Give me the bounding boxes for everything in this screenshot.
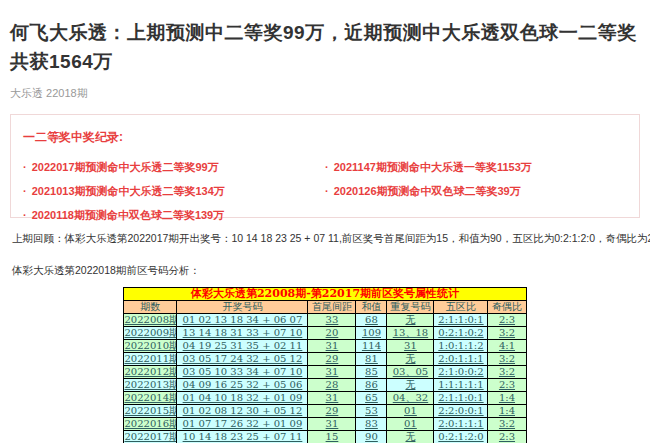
table-row: 2022016期01 07 17 26 32 + 01 093183012:0:…: [124, 418, 526, 431]
record-item: 2021013期预测命中大乐透二等奖134万: [23, 179, 325, 203]
repeat-cell: 无: [387, 431, 434, 443]
table-header-row: 期数开奖号码首尾间距和值重复号码五区比奇偶比: [124, 301, 526, 314]
odd-even-cell: 2:3: [488, 314, 526, 327]
column-header: 和值: [356, 301, 387, 314]
record-list-right: 2021147期预测命中大乐透一等奖1153万2020126期预测命中双色球二等…: [325, 155, 627, 227]
odd-even-cell: 3:2: [488, 418, 526, 431]
table-row: 2022017期10 14 18 23 25 + 07 111590无0:2:1…: [124, 431, 526, 443]
zone-ratio-cell: 0:2:1:0:2: [434, 327, 488, 340]
span-cell: 31: [308, 392, 356, 405]
table-row: 2022012期03 05 10 33 34 + 07 10318503、052…: [124, 366, 526, 379]
numbers-cell: 01 02 13 18 34 + 06 07: [177, 314, 308, 327]
repeat-cell: 04、32: [387, 392, 434, 405]
page-title: 何飞大乐透：上期预测中二等奖99万，近期预测中大乐透双色球一二等奖共获1564万: [10, 18, 640, 76]
span-cell: 20: [308, 327, 356, 340]
odd-even-cell: 2:3: [488, 431, 526, 443]
sum-cell: 109: [356, 327, 387, 340]
span-cell: 31: [308, 340, 356, 353]
sum-cell: 90: [356, 431, 387, 443]
repeat-cell: 无: [387, 353, 434, 366]
sum-cell: 114: [356, 340, 387, 353]
odd-even-cell: 1:4: [488, 392, 526, 405]
period-cell: 2022010期: [124, 340, 177, 353]
record-item: 2020118期预测命中双色球二等奖139万: [23, 203, 325, 227]
column-header: 首尾间距: [308, 301, 356, 314]
column-header: 重复号码: [387, 301, 434, 314]
sum-cell: 85: [356, 366, 387, 379]
analysis-intro: 体彩大乐透第2022018期前区号码分析：: [10, 264, 640, 278]
repeat-cell: 03、05: [387, 366, 434, 379]
last-draw-review: 上期回顾：体彩大乐透第2022017期开出奖号：10 14 18 23 25 +…: [10, 232, 640, 246]
table-row: 2022015期01 02 08 12 30 + 05 122953012:2:…: [124, 405, 526, 418]
period-cell: 2022015期: [124, 405, 177, 418]
table-row: 2022014期01 04 10 18 32 + 01 09316504、322…: [124, 392, 526, 405]
zone-ratio-cell: 1:0:1:1:2: [434, 340, 488, 353]
numbers-cell: 13 14 18 31 33 + 07 10: [177, 327, 308, 340]
odd-even-cell: 3:2: [488, 353, 526, 366]
period-cell: 2022016期: [124, 418, 177, 431]
numbers-cell: 03 05 17 24 32 + 05 12: [177, 353, 308, 366]
table-row: 2022008期01 02 13 18 34 + 06 073368无2:1:1…: [124, 314, 526, 327]
span-cell: 33: [308, 314, 356, 327]
numbers-cell: 03 05 10 33 34 + 07 10: [177, 366, 308, 379]
odd-even-cell: 4:1: [488, 340, 526, 353]
numbers-cell: 04 19 25 31 35 + 02 11: [177, 340, 308, 353]
repeat-cell: 13、18: [387, 327, 434, 340]
numbers-cell: 01 04 10 18 32 + 01 09: [177, 392, 308, 405]
odd-even-cell: 3:2: [488, 366, 526, 379]
sum-cell: 83: [356, 418, 387, 431]
record-item: 2022017期预测命中大乐透二等奖99万: [23, 155, 325, 179]
column-header: 开奖号码: [177, 301, 308, 314]
zone-ratio-cell: 2:1:1:0:1: [434, 314, 488, 327]
sum-cell: 68: [356, 314, 387, 327]
column-header: 期数: [124, 301, 177, 314]
period-cell: 2022012期: [124, 366, 177, 379]
period-cell: 2022011期: [124, 353, 177, 366]
record-columns: 2022017期预测命中大乐透二等奖99万2021013期预测命中大乐透二等奖1…: [23, 155, 627, 227]
span-cell: 29: [308, 405, 356, 418]
odd-even-cell: 1:4: [488, 405, 526, 418]
issue-label: 大乐透 22018期: [10, 86, 640, 101]
table-row: 2022010期04 19 25 31 35 + 02 1131114311:0…: [124, 340, 526, 353]
span-cell: 28: [308, 379, 356, 392]
column-header: 五区比: [434, 301, 488, 314]
zone-ratio-cell: 1:1:1:1:1: [434, 379, 488, 392]
column-header: 奇偶比: [488, 301, 526, 314]
numbers-cell: 01 07 17 26 32 + 01 09: [177, 418, 308, 431]
record-heading: 一二等奖中奖纪录:: [23, 129, 627, 146]
odd-even-cell: 3:2: [488, 327, 526, 340]
table-row: 2022013期04 09 16 25 32 + 05 062886无1:1:1…: [124, 379, 526, 392]
sum-cell: 86: [356, 379, 387, 392]
span-cell: 29: [308, 353, 356, 366]
sum-cell: 53: [356, 405, 387, 418]
repeat-cell: 01: [387, 405, 434, 418]
article-page: 何飞大乐透：上期预测中二等奖99万，近期预测中大乐透双色球一二等奖共获1564万…: [0, 0, 650, 443]
repeat-cell: 01: [387, 418, 434, 431]
repeat-cell: 31: [387, 340, 434, 353]
period-cell: 2022017期: [124, 431, 177, 443]
span-cell: 31: [308, 366, 356, 379]
span-cell: 15: [308, 431, 356, 443]
period-cell: 2022009期: [124, 327, 177, 340]
table-row: 2022009期13 14 18 31 33 + 07 102010913、18…: [124, 327, 526, 340]
repeat-cell: 无: [387, 379, 434, 392]
prize-record-box: 一二等奖中奖纪录: 2022017期预测命中大乐透二等奖99万2021013期预…: [10, 114, 640, 218]
numbers-cell: 01 02 08 12 30 + 05 12: [177, 405, 308, 418]
table-body: 2022008期01 02 13 18 34 + 06 073368无2:1:1…: [124, 314, 526, 443]
table-title-row: 体彩大乐透第22008期-第22017期前区奖号属性统计: [124, 288, 526, 301]
zone-ratio-cell: 0:2:1:2:0: [434, 431, 488, 443]
record-item: 2020126期预测命中双色球二等奖39万: [325, 179, 627, 203]
span-cell: 31: [308, 418, 356, 431]
zone-ratio-cell: 2:1:1:0:1: [434, 392, 488, 405]
table-title: 体彩大乐透第22008期-第22017期前区奖号属性统计: [124, 288, 526, 301]
record-item: 2021147期预测命中大乐透一等奖1153万: [325, 155, 627, 179]
zone-ratio-cell: 2:1:0:0:2: [434, 366, 488, 379]
stats-table: 体彩大乐透第22008期-第22017期前区奖号属性统计 期数开奖号码首尾间距和…: [123, 287, 526, 443]
zone-ratio-cell: 2:0:1:1:1: [434, 418, 488, 431]
numbers-cell: 10 14 18 23 25 + 07 11: [177, 431, 308, 443]
sum-cell: 65: [356, 392, 387, 405]
numbers-cell: 04 09 16 25 32 + 05 06: [177, 379, 308, 392]
period-cell: 2022008期: [124, 314, 177, 327]
odd-even-cell: 2:3: [488, 379, 526, 392]
record-list-left: 2022017期预测命中大乐透二等奖99万2021013期预测命中大乐透二等奖1…: [23, 155, 325, 227]
